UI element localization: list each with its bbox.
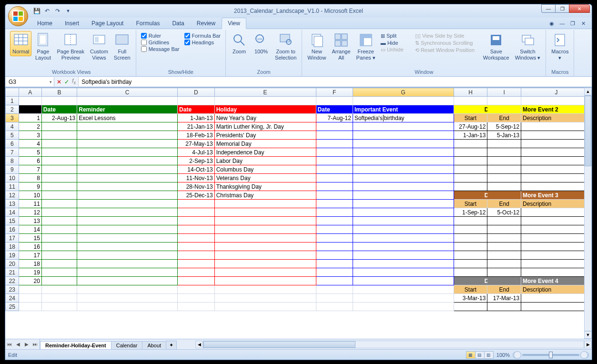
spreadsheet-grid[interactable]: ABCDEFGHIJ12DateReminderDateHolidayDateI… bbox=[5, 88, 592, 339]
cell-B17[interactable] bbox=[41, 234, 77, 243]
cell-E17[interactable] bbox=[214, 234, 316, 243]
cell-B15[interactable] bbox=[41, 217, 77, 225]
cell-F2[interactable]: Date bbox=[316, 105, 353, 114]
cell-I21[interactable] bbox=[487, 268, 521, 277]
cell-A16[interactable]: 14 bbox=[19, 225, 41, 234]
cell-F4[interactable] bbox=[316, 122, 353, 131]
cell-J11[interactable] bbox=[521, 182, 592, 191]
new-window-button[interactable]: New Window bbox=[305, 31, 328, 62]
col-header-A[interactable]: A bbox=[19, 88, 41, 97]
cell-A9[interactable]: 7 bbox=[19, 165, 41, 174]
name-box[interactable]: G3 bbox=[6, 77, 54, 86]
cell-F17[interactable] bbox=[316, 234, 353, 243]
cell-F10[interactable] bbox=[316, 174, 353, 182]
cell-F24[interactable] bbox=[316, 294, 353, 303]
cell-J21[interactable] bbox=[521, 268, 592, 277]
minimize-button[interactable]: — bbox=[541, 4, 556, 13]
cell-D4[interactable]: 21-Jan-13 bbox=[178, 122, 215, 131]
cell-C14[interactable] bbox=[77, 208, 178, 217]
tab-formulas[interactable]: Formulas bbox=[130, 18, 166, 29]
cell-J3[interactable]: Description bbox=[521, 114, 592, 122]
row-header-2[interactable]: 2 bbox=[6, 105, 19, 114]
cell-F3[interactable]: 7-Aug-12 bbox=[316, 114, 353, 122]
normal-view-button[interactable]: Normal bbox=[10, 31, 31, 56]
cell-A17[interactable]: 15 bbox=[19, 234, 41, 243]
cell-H2[interactable]: Date bbox=[454, 105, 487, 114]
cell-C8[interactable] bbox=[77, 157, 178, 165]
cell-G16[interactable] bbox=[353, 225, 454, 234]
cell-I13[interactable]: End bbox=[487, 200, 521, 208]
save-workspace-button[interactable]: Save Workspace bbox=[481, 31, 512, 62]
cell-I10[interactable] bbox=[487, 174, 521, 182]
cell-D22[interactable] bbox=[178, 277, 215, 285]
cell-A5[interactable]: 3 bbox=[19, 131, 41, 140]
vertical-scrollbar[interactable] bbox=[584, 95, 592, 331]
cell-D2[interactable]: Date bbox=[178, 105, 215, 114]
cell-E13[interactable] bbox=[214, 200, 316, 208]
select-all-corner[interactable] bbox=[6, 88, 19, 97]
cell-C16[interactable] bbox=[77, 225, 178, 234]
cell-D8[interactable]: 2-Sep-13 bbox=[178, 157, 215, 165]
cell-J9[interactable] bbox=[521, 165, 592, 174]
sheet-tab-about[interactable]: About bbox=[142, 341, 166, 349]
cell-G11[interactable] bbox=[353, 182, 454, 191]
cell-E4[interactable]: Martin Luther King, Jr. Day bbox=[214, 122, 316, 131]
cell-J16[interactable] bbox=[521, 225, 592, 234]
cell-A15[interactable]: 13 bbox=[19, 217, 41, 225]
cell-J15[interactable] bbox=[521, 217, 592, 225]
cell-J12[interactable]: More Event 3 bbox=[521, 191, 592, 200]
row-header-5[interactable]: 5 bbox=[6, 131, 19, 140]
row-header-13[interactable]: 13 bbox=[6, 200, 19, 208]
row-header-16[interactable]: 16 bbox=[6, 225, 19, 234]
cell-I16[interactable] bbox=[487, 225, 521, 234]
cell-D3[interactable]: 1-Jan-13 bbox=[178, 114, 215, 122]
cell-J5[interactable] bbox=[521, 131, 592, 140]
cell-H3[interactable]: Start bbox=[454, 114, 487, 122]
cell-E20[interactable] bbox=[214, 260, 316, 268]
cell-G1[interactable] bbox=[353, 97, 454, 105]
cell-G19[interactable] bbox=[353, 251, 454, 260]
row-header-12[interactable]: 12 bbox=[6, 191, 19, 200]
cell-C1[interactable] bbox=[77, 97, 178, 105]
cell-H5[interactable]: 1-Jan-13 bbox=[454, 131, 487, 140]
row-header-19[interactable]: 19 bbox=[6, 251, 19, 260]
cell-G20[interactable] bbox=[353, 260, 454, 268]
cell-H15[interactable] bbox=[454, 217, 487, 225]
row-header-7[interactable]: 7 bbox=[6, 148, 19, 157]
cell-H21[interactable] bbox=[454, 268, 487, 277]
cell-H8[interactable] bbox=[454, 157, 487, 165]
cell-I7[interactable] bbox=[487, 148, 521, 157]
cell-C23[interactable] bbox=[77, 285, 178, 294]
row-header-24[interactable]: 24 bbox=[6, 294, 19, 303]
cell-F5[interactable] bbox=[316, 131, 353, 140]
cell-A8[interactable]: 6 bbox=[19, 157, 41, 165]
cell-C2[interactable]: Reminder bbox=[77, 105, 178, 114]
page-layout-status-button[interactable]: ▤ bbox=[475, 351, 485, 359]
tab-home[interactable]: Home bbox=[31, 18, 59, 29]
cell-A10[interactable]: 8 bbox=[19, 174, 41, 182]
switch-windows-button[interactable]: Switch Windows ▾ bbox=[513, 31, 543, 62]
page-break-status-button[interactable]: ▥ bbox=[484, 351, 494, 359]
cell-C9[interactable] bbox=[77, 165, 178, 174]
cell-H7[interactable] bbox=[454, 148, 487, 157]
cell-G2[interactable]: Important Event bbox=[353, 105, 454, 114]
cell-F9[interactable] bbox=[316, 165, 353, 174]
cell-E23[interactable] bbox=[214, 285, 316, 294]
row-header-4[interactable]: 4 bbox=[6, 122, 19, 131]
next-sheet-button[interactable]: ▶ bbox=[22, 342, 31, 347]
cell-F19[interactable] bbox=[316, 251, 353, 260]
cell-D19[interactable] bbox=[178, 251, 215, 260]
cell-C10[interactable] bbox=[77, 174, 178, 182]
cell-G12[interactable] bbox=[353, 191, 454, 200]
cell-B20[interactable] bbox=[41, 260, 77, 268]
cell-C3[interactable]: Excel Lessons bbox=[77, 114, 178, 122]
cell-F8[interactable] bbox=[316, 157, 353, 165]
cell-J2[interactable]: More Event 2 bbox=[521, 105, 592, 114]
col-header-J[interactable]: J bbox=[521, 88, 592, 97]
arrange-all-button[interactable]: Arrange All bbox=[329, 31, 353, 62]
cell-H24[interactable]: 3-Mar-13 bbox=[454, 294, 487, 303]
cell-A7[interactable]: 5 bbox=[19, 148, 41, 157]
cell-J7[interactable] bbox=[521, 148, 592, 157]
unhide-button[interactable]: ▭ Unhide bbox=[381, 47, 410, 53]
close-workbook-icon[interactable]: ✕ bbox=[579, 20, 587, 27]
